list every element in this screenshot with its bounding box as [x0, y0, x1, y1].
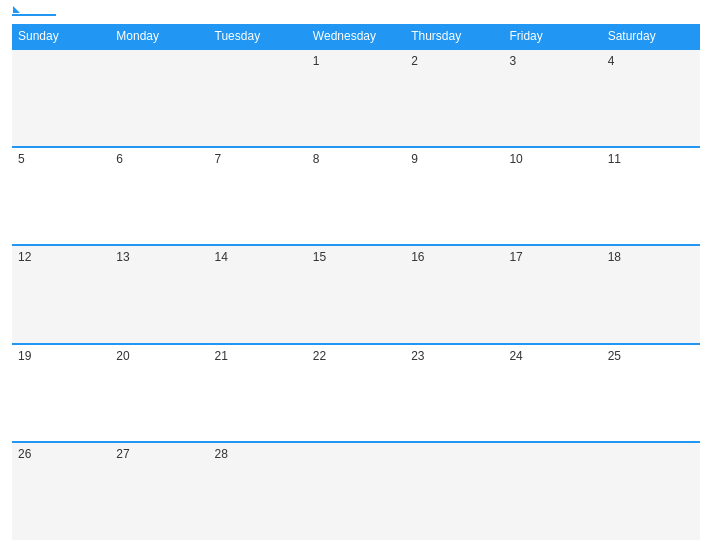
calendar-day-cell: 26	[12, 442, 110, 540]
calendar-day-cell: 12	[12, 245, 110, 343]
calendar-day-cell: 22	[307, 344, 405, 442]
calendar-day-cell: 21	[209, 344, 307, 442]
day-number: 26	[18, 447, 31, 461]
calendar-day-cell: 10	[503, 147, 601, 245]
day-number: 3	[509, 54, 516, 68]
calendar-day-cell: 19	[12, 344, 110, 442]
calendar-day-cell: 3	[503, 49, 601, 147]
day-number: 24	[509, 349, 522, 363]
day-number: 16	[411, 250, 424, 264]
day-number: 13	[116, 250, 129, 264]
calendar-day-cell: 9	[405, 147, 503, 245]
day-number: 18	[608, 250, 621, 264]
logo	[12, 10, 58, 16]
calendar-week-row: 567891011	[12, 147, 700, 245]
weekday-header: Tuesday	[209, 24, 307, 49]
calendar-day-cell: 4	[602, 49, 700, 147]
weekday-header-row: SundayMondayTuesdayWednesdayThursdayFrid…	[12, 24, 700, 49]
calendar-day-cell: 5	[12, 147, 110, 245]
calendar-day-cell: 13	[110, 245, 208, 343]
weekday-header: Sunday	[12, 24, 110, 49]
day-number: 1	[313, 54, 320, 68]
calendar-day-cell: 18	[602, 245, 700, 343]
calendar-day-cell	[12, 49, 110, 147]
day-number: 21	[215, 349, 228, 363]
calendar-day-cell: 14	[209, 245, 307, 343]
day-number: 28	[215, 447, 228, 461]
weekday-header: Wednesday	[307, 24, 405, 49]
calendar-day-cell: 11	[602, 147, 700, 245]
weekday-header: Thursday	[405, 24, 503, 49]
day-number: 6	[116, 152, 123, 166]
weekday-header: Friday	[503, 24, 601, 49]
calendar-day-cell	[503, 442, 601, 540]
calendar-day-cell: 15	[307, 245, 405, 343]
day-number: 23	[411, 349, 424, 363]
day-number: 4	[608, 54, 615, 68]
day-number: 2	[411, 54, 418, 68]
calendar-day-cell: 2	[405, 49, 503, 147]
day-number: 10	[509, 152, 522, 166]
weekday-header: Monday	[110, 24, 208, 49]
calendar-day-cell	[405, 442, 503, 540]
calendar-day-cell: 23	[405, 344, 503, 442]
calendar-day-cell	[307, 442, 405, 540]
day-number: 19	[18, 349, 31, 363]
calendar-day-cell	[602, 442, 700, 540]
day-number: 14	[215, 250, 228, 264]
day-number: 27	[116, 447, 129, 461]
calendar-day-cell: 17	[503, 245, 601, 343]
calendar-day-cell	[209, 49, 307, 147]
calendar-week-row: 19202122232425	[12, 344, 700, 442]
day-number: 20	[116, 349, 129, 363]
header	[12, 10, 700, 16]
calendar-week-row: 12131415161718	[12, 245, 700, 343]
calendar-week-row: 1234	[12, 49, 700, 147]
calendar-day-cell: 20	[110, 344, 208, 442]
calendar-day-cell: 7	[209, 147, 307, 245]
calendar-table: SundayMondayTuesdayWednesdayThursdayFrid…	[12, 24, 700, 540]
day-number: 12	[18, 250, 31, 264]
calendar-week-row: 262728	[12, 442, 700, 540]
calendar-day-cell: 16	[405, 245, 503, 343]
day-number: 17	[509, 250, 522, 264]
day-number: 8	[313, 152, 320, 166]
weekday-header: Saturday	[602, 24, 700, 49]
calendar-day-cell: 25	[602, 344, 700, 442]
calendar-day-cell: 8	[307, 147, 405, 245]
calendar-day-cell: 1	[307, 49, 405, 147]
day-number: 9	[411, 152, 418, 166]
logo-line	[12, 14, 56, 16]
day-number: 25	[608, 349, 621, 363]
calendar-day-cell: 27	[110, 442, 208, 540]
day-number: 15	[313, 250, 326, 264]
day-number: 7	[215, 152, 222, 166]
calendar-day-cell	[110, 49, 208, 147]
calendar-day-cell: 6	[110, 147, 208, 245]
day-number: 5	[18, 152, 25, 166]
day-number: 22	[313, 349, 326, 363]
calendar-page: SundayMondayTuesdayWednesdayThursdayFrid…	[0, 0, 712, 550]
logo-triangle-icon	[13, 6, 20, 13]
calendar-day-cell: 24	[503, 344, 601, 442]
calendar-day-cell: 28	[209, 442, 307, 540]
day-number: 11	[608, 152, 621, 166]
